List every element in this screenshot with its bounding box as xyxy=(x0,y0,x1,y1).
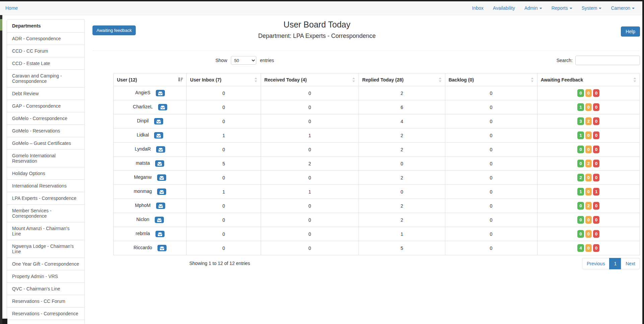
inbox-button[interactable] xyxy=(157,174,166,181)
feedback-badge-green[interactable]: 0 xyxy=(577,202,584,210)
feedback-badge-green[interactable]: 1 xyxy=(577,103,584,111)
nav-link-availability[interactable]: Availability xyxy=(488,5,520,11)
inbox-button[interactable] xyxy=(154,132,163,139)
sidebar-item-lpa-experts-correspondence[interactable]: LPA Experts - Correspondence xyxy=(7,192,84,204)
sidebar-item-caravan-and-camping-correspondence[interactable]: Caravan and Camping - Correspondence xyxy=(7,69,84,87)
feedback-badge-amber[interactable]: 0 xyxy=(585,103,592,111)
feedback-badge-amber[interactable]: 0 xyxy=(585,230,592,238)
pagination-previous-link[interactable]: Previous xyxy=(582,258,609,269)
feedback-badge-red[interactable]: 0 xyxy=(593,117,599,125)
pagination-next[interactable]: Next xyxy=(621,258,640,269)
inbox-button[interactable] xyxy=(157,245,167,251)
sidebar-item-qvc-chairman-s-line[interactable]: QVC - Chairman's Line xyxy=(7,282,84,295)
column-header-user-inbox-7[interactable]: User Inbox (7) xyxy=(187,73,261,86)
inbox-button[interactable] xyxy=(155,217,164,223)
search-control: Search: xyxy=(557,56,640,65)
page-size-select[interactable]: 50 xyxy=(231,56,256,65)
column-header-backlog-0[interactable]: Backlog (0) xyxy=(445,73,537,86)
feedback-badge-green[interactable]: 0 xyxy=(577,160,584,167)
feedback-badge-amber[interactable]: 0 xyxy=(585,244,592,252)
feedback-badge-red[interactable]: 0 xyxy=(593,174,599,181)
feedback-badge-green[interactable]: 0 xyxy=(577,216,584,224)
column-header-received-today-4[interactable]: Received Today (4) xyxy=(261,73,359,86)
pagination-next-link[interactable]: Next xyxy=(621,258,640,269)
feedback-badge-red[interactable]: 0 xyxy=(593,202,599,210)
replied-today-cell: 2 xyxy=(359,171,445,185)
inbox-button[interactable] xyxy=(155,231,165,237)
feedback-badge-amber[interactable]: 2 xyxy=(585,202,592,210)
received-today-cell: 0 xyxy=(261,241,359,255)
sidebar-item-property-admin-vrs[interactable]: Property Admin - VRS xyxy=(7,270,84,282)
sidebar-item-ngwenya-lodge-chairman-s-line[interactable]: Ngwenya Lodge - Chairman's Line xyxy=(7,240,84,258)
inbox-button[interactable] xyxy=(158,104,167,110)
feedback-badge-green[interactable]: 0 xyxy=(577,146,584,153)
sidebar-item-international-reservations[interactable]: International Reservations xyxy=(7,179,84,192)
sidebar-item-ccd-cc-forum[interactable]: CCD - CC Forum xyxy=(7,45,84,57)
nav-link-reports[interactable]: Reports xyxy=(547,5,577,11)
feedback-badge-amber[interactable]: 0 xyxy=(585,174,592,181)
sidebar-item-one-year-gift-correspondence[interactable]: One Year Gift - Correspondence xyxy=(7,258,84,270)
feedback-badge-red[interactable]: 1 xyxy=(593,188,599,196)
column-header-user-12[interactable]: User (12) xyxy=(114,73,187,86)
sidebar-item-gomelo-international-reservation[interactable]: Gomelo International Reservation xyxy=(7,149,84,167)
sidebar-item-ccd-estate-late[interactable]: CCD - Estate Late xyxy=(7,57,84,69)
nav-link-admin[interactable]: Admin xyxy=(520,5,547,11)
feedback-badge-amber[interactable]: 0 xyxy=(585,188,592,196)
sidebar-item-holiday-options[interactable]: Holiday Options xyxy=(7,167,84,179)
feedback-badge-amber[interactable]: 0 xyxy=(585,216,592,224)
feedback-badge-amber[interactable]: 0 xyxy=(585,131,592,139)
inbox-button[interactable] xyxy=(155,160,164,167)
received-today-cell: 0 xyxy=(261,143,359,157)
feedback-badge-green[interactable]: 0 xyxy=(577,89,584,97)
feedback-badge-red[interactable]: 0 xyxy=(593,103,599,111)
replied-today-cell: 4 xyxy=(359,114,445,128)
sidebar-item-gomelo-reservations[interactable]: GoMelo - Reservations xyxy=(7,124,84,137)
sidebar-item-gomelo-correspondence[interactable]: GoMelo - Correspondence xyxy=(7,112,84,124)
help-button[interactable]: Help xyxy=(621,26,640,37)
inbox-button[interactable] xyxy=(156,146,165,153)
feedback-badge-green[interactable]: 3 xyxy=(577,117,584,125)
user-inbox-cell: 0 xyxy=(187,227,261,241)
sidebar-item-reservations-cc-forum[interactable]: Reservations - CC Forum xyxy=(7,295,84,307)
inbox-button[interactable] xyxy=(156,90,165,96)
sidebar-item-gap-correspondence[interactable]: GAP - Correspondence xyxy=(7,100,84,112)
feedback-badge-red[interactable]: 0 xyxy=(593,160,599,167)
inbox-icon xyxy=(159,190,164,194)
feedback-badge-amber[interactable]: 0 xyxy=(585,146,592,153)
sidebar-item-reservations-correspondence[interactable]: Reservations - Correspondence xyxy=(7,307,84,320)
nav-link-inbox[interactable]: Inbox xyxy=(467,5,488,11)
pagination-previous[interactable]: Previous xyxy=(582,258,609,269)
sidebar-item-adr-correspondence[interactable]: ADR - Correspondence xyxy=(7,32,84,45)
feedback-badge-red[interactable]: 0 xyxy=(593,146,599,153)
inbox-button[interactable] xyxy=(154,118,163,124)
feedback-badge-red[interactable]: 0 xyxy=(593,230,599,238)
search-input[interactable] xyxy=(575,56,640,65)
nav-link-home[interactable]: Home xyxy=(5,5,18,11)
feedback-badge-red[interactable]: 0 xyxy=(593,89,599,97)
sidebar-item-member-services-correspondence[interactable]: Member Services - Correspondence xyxy=(7,204,84,222)
inbox-button[interactable] xyxy=(156,203,165,209)
feedback-badge-red[interactable]: 0 xyxy=(593,244,599,252)
table-row: Niclon0020000 xyxy=(114,213,640,227)
sidebar-item-gomelo-guest-certificates[interactable]: GoMelo – Guest Certificates xyxy=(7,137,84,149)
feedback-badge-green[interactable]: 4 xyxy=(577,244,584,252)
feedback-badge-red[interactable]: 0 xyxy=(593,131,599,139)
feedback-badge-green[interactable]: 2 xyxy=(577,174,584,181)
inbox-button[interactable] xyxy=(157,188,166,195)
column-header-awaiting-feedback[interactable]: Awaiting Feedback xyxy=(537,73,640,86)
awaiting-feedback-button[interactable]: Awaiting feedback xyxy=(92,25,136,35)
nav-link-cameron[interactable]: Cameron xyxy=(606,5,639,11)
feedback-badge-green[interactable]: 1 xyxy=(577,131,584,139)
feedback-badge-amber[interactable]: 2 xyxy=(585,117,592,125)
feedback-badge-red[interactable]: 0 xyxy=(593,216,599,224)
feedback-badge-green[interactable]: 1 xyxy=(577,188,584,196)
feedback-badge-amber[interactable]: 2 xyxy=(585,160,592,167)
sidebar-item-mount-amanzi-chairman-s-line[interactable]: Mount Amanzi - Chairman's Line xyxy=(7,222,84,240)
nav-link-system[interactable]: System xyxy=(577,5,606,11)
column-header-replied-today-28[interactable]: Replied Today (28) xyxy=(359,73,445,86)
sidebar-item-debt-review[interactable]: Debt Review xyxy=(7,87,84,100)
pagination-page-1-link[interactable]: 1 xyxy=(609,258,621,269)
feedback-badge-amber[interactable]: 0 xyxy=(585,89,592,97)
feedback-badge-green[interactable]: 0 xyxy=(577,230,584,238)
pagination-page-1[interactable]: 1 xyxy=(609,258,621,269)
